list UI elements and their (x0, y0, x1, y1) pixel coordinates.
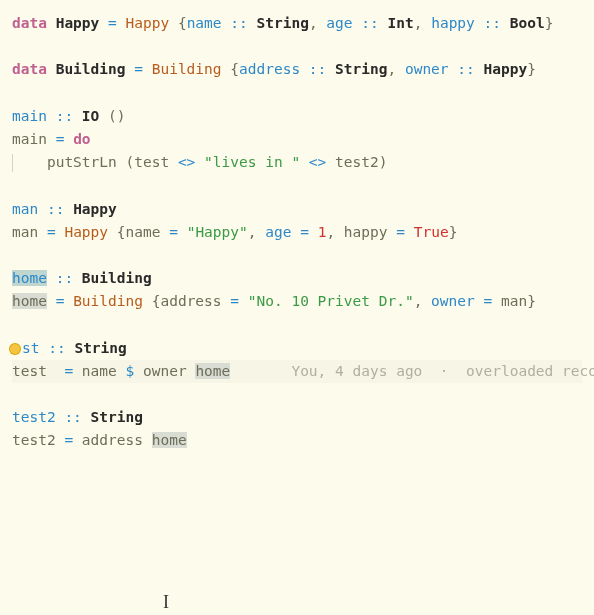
op-eq: = (169, 224, 178, 240)
type-name: Happy (56, 15, 100, 31)
unit: () (108, 108, 125, 124)
comma: , (309, 15, 318, 31)
ident-man: man (12, 201, 38, 217)
op-eq: = (56, 293, 65, 309)
op-eq: = (134, 61, 143, 77)
git-blame-inline: You, 4 days ago · overloaded record (291, 363, 594, 379)
op-eq: = (64, 363, 73, 379)
line[interactable]: home = Building {address = "No. 10 Prive… (12, 293, 536, 309)
string-privet: "No. 10 Privet Dr." (248, 293, 414, 309)
field-owner: owner (405, 61, 449, 77)
line[interactable]: data Happy = Happy {name :: String, age … (12, 15, 553, 31)
ident-test: test (134, 154, 169, 170)
op-dcolon: :: (484, 15, 501, 31)
field-age: age (326, 15, 352, 31)
line[interactable]: man :: Happy (12, 201, 117, 217)
op-eq: = (300, 224, 309, 240)
lightbulb-icon[interactable] (10, 344, 20, 354)
ident-main: main (12, 108, 47, 124)
type-name: Building (56, 61, 126, 77)
op-dcolon: :: (48, 340, 65, 356)
line[interactable]: man = Happy {name = "Happy", age = 1, ha… (12, 224, 457, 240)
line[interactable]: test2 :: String (12, 409, 143, 425)
field-name: name (126, 224, 161, 240)
field-owner: owner (431, 293, 475, 309)
lparen: ( (126, 154, 135, 170)
current-line[interactable]: test = name $ owner home You, 4 days ago… (12, 360, 582, 383)
comma: , (387, 61, 396, 77)
ident-test2: test2 (335, 154, 379, 170)
comma: , (414, 293, 423, 309)
op-eq: = (108, 15, 117, 31)
constructor: Happy (126, 15, 170, 31)
rbrace: } (449, 224, 458, 240)
op-eq: = (47, 224, 56, 240)
rbrace: } (527, 61, 536, 77)
lbrace: { (117, 224, 126, 240)
type-string: String (91, 409, 143, 425)
field-name: name (187, 15, 222, 31)
op-eq: = (56, 131, 65, 147)
field-happy: happy (344, 224, 388, 240)
op-dcolon: :: (56, 270, 73, 286)
ident-test: test (12, 363, 47, 379)
ident-owner: owner (143, 363, 187, 379)
line[interactable]: data Building = Building {address :: Str… (12, 61, 536, 77)
op-dcolon: :: (56, 108, 73, 124)
ident-name: name (82, 363, 117, 379)
op-dcolon: :: (64, 409, 81, 425)
ident-address: address (82, 432, 143, 448)
bool-true: True (414, 224, 449, 240)
field-happy: happy (431, 15, 475, 31)
line[interactable]: test2 = address home (12, 432, 187, 448)
ident-test2: test2 (12, 432, 56, 448)
ident-home: home (12, 293, 47, 309)
comma: , (414, 15, 423, 31)
line[interactable]: home :: Building (12, 270, 152, 286)
type-string: String (257, 15, 309, 31)
field-age: age (265, 224, 291, 240)
op-dcolon: :: (457, 61, 474, 77)
op-eq: = (230, 293, 239, 309)
rbrace: } (545, 15, 554, 31)
keyword-data: data (12, 61, 47, 77)
ident-putstrln: putStrLn (47, 154, 117, 170)
constructor: Happy (64, 224, 108, 240)
type-happy: Happy (73, 201, 117, 217)
op-dollar: $ (126, 363, 135, 379)
lbrace: { (230, 61, 239, 77)
comma: , (326, 224, 335, 240)
field-address: address (239, 61, 300, 77)
string-livesin: "lives in " (204, 154, 300, 170)
string-happy: "Happy" (187, 224, 248, 240)
type-int: Int (388, 15, 414, 31)
type-happy: Happy (484, 61, 528, 77)
lbrace: { (178, 15, 187, 31)
ident-home: home (12, 270, 47, 286)
ident-main: main (12, 131, 47, 147)
line[interactable]: putStrLn (test <> "lives in " <> test2) (12, 154, 387, 170)
rbrace: } (527, 293, 536, 309)
line[interactable]: st :: String (12, 340, 127, 356)
type-string: String (74, 340, 126, 356)
op-dcolon: :: (309, 61, 326, 77)
ident-man: man (12, 224, 38, 240)
type-io: IO (82, 108, 99, 124)
keyword-do: do (73, 131, 90, 147)
line[interactable]: main = do (12, 131, 91, 147)
op-dcolon: :: (230, 15, 247, 31)
type-building: Building (82, 270, 152, 286)
text-cursor-icon: I (163, 588, 169, 615)
comma: , (248, 224, 257, 240)
rparen: ) (379, 154, 388, 170)
ident-home: home (152, 432, 187, 448)
type-bool: Bool (510, 15, 545, 31)
code-editor[interactable]: data Happy = Happy {name :: String, age … (12, 12, 582, 453)
op-diamond: <> (178, 154, 195, 170)
indent-guide (12, 154, 13, 171)
op-eq: = (64, 432, 73, 448)
line[interactable]: main :: IO () (12, 108, 126, 124)
constructor: Building (73, 293, 143, 309)
op-eq: = (396, 224, 405, 240)
op-dcolon: :: (361, 15, 378, 31)
